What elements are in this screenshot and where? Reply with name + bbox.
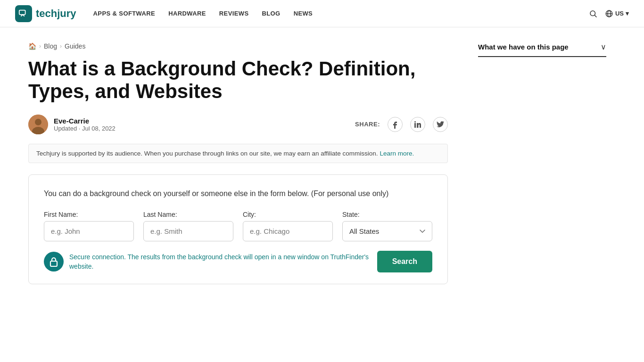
form-card: You can do a background check on yoursel… [28,174,448,285]
region-selector[interactable]: US ▾ [605,9,629,18]
breadcrumb: 🏠 › Blog › Guides [28,42,448,50]
chevron-down-icon[interactable]: ∨ [601,42,606,51]
navigation: techjury APPS & SOFTWARE HARDWARE REVIEW… [0,0,644,27]
lock-icon [49,256,58,267]
page-wrapper: 🏠 › Blog › Guides What is a Background C… [0,27,644,303]
city-input[interactable] [243,221,333,241]
avatar [28,115,48,134]
last-name-group: Last Name: [143,211,233,241]
affiliate-link[interactable]: Learn more. [380,150,414,157]
lock-circle [44,252,64,272]
author-info: Eve-Carrie Updated · Jul 08, 2022 [28,115,116,134]
region-label: US [615,10,624,17]
sidebar: What we have on this page ∨ [467,27,618,303]
svg-point-1 [590,11,595,16]
share-label: SHARE: [355,121,380,128]
article-title: What is a Background Check? Definition, … [28,58,448,103]
svg-rect-11 [50,261,57,266]
svg-point-7 [35,119,41,125]
logo[interactable]: techjury [15,5,76,22]
author-name: Eve-Carrie [54,117,116,125]
svg-point-10 [414,121,416,123]
toc-header: What we have on this page ∨ [478,42,606,57]
nav-apps[interactable]: APPS & SOFTWARE [93,10,156,17]
nav-links: APPS & SOFTWARE HARDWARE REVIEWS BLOG NE… [93,10,313,17]
nav-right: US ▾ [589,9,629,18]
nav-left: techjury APPS & SOFTWARE HARDWARE REVIEW… [15,5,313,22]
author-date: Updated · Jul 08, 2022 [54,125,116,132]
facebook-icon [393,120,397,129]
form-fields: First Name: Last Name: City: State: All … [44,211,432,241]
last-name-label: Last Name: [143,211,233,218]
logo-svg [18,8,29,19]
logo-icon [15,5,32,22]
chevron-down-icon: ▾ [626,10,629,17]
facebook-share[interactable] [388,117,403,132]
search-icon [589,9,597,18]
author-details: Eve-Carrie Updated · Jul 08, 2022 [54,117,116,132]
secure-message: Secure connection. The results from the … [44,252,370,272]
breadcrumb-blog[interactable]: Blog [44,42,57,50]
breadcrumb-home[interactable]: 🏠 [28,42,36,50]
affiliate-notice: Techjury is supported by its audience. W… [28,144,448,163]
toc-title: What we have on this page [478,43,569,51]
breadcrumb-guides[interactable]: Guides [65,42,85,50]
secure-text: Secure connection. The results from the … [69,252,370,272]
svg-rect-9 [414,123,416,128]
nav-hardware[interactable]: HARDWARE [168,10,206,17]
author-row: Eve-Carrie Updated · Jul 08, 2022 SHARE: [28,115,448,134]
share-row: SHARE: [355,117,448,132]
state-group: State: All States AlabamaAlaskaArizona A… [342,211,432,241]
state-select[interactable]: All States AlabamaAlaskaArizona Arkansas… [342,221,432,241]
main-content: 🏠 › Blog › Guides What is a Background C… [0,27,467,303]
linkedin-icon [414,121,421,128]
first-name-group: First Name: [44,211,134,241]
nav-news[interactable]: NEWS [294,10,313,17]
first-name-input[interactable] [44,221,134,241]
svg-rect-0 [19,10,25,14]
form-intro: You can do a background check on yoursel… [44,188,432,200]
nav-reviews[interactable]: REVIEWS [219,10,249,17]
globe-icon [605,9,613,18]
logo-text: techjury [36,8,76,20]
city-group: City: [243,211,333,241]
state-label: State: [342,211,432,218]
nav-blog[interactable]: BLOG [262,10,281,17]
svg-line-2 [594,15,596,17]
twitter-icon [437,121,444,128]
form-bottom: Secure connection. The results from the … [44,251,432,272]
linkedin-share[interactable] [410,117,425,132]
search-button[interactable]: Search [377,251,432,272]
twitter-share[interactable] [433,117,448,132]
last-name-input[interactable] [143,221,233,241]
first-name-label: First Name: [44,211,134,218]
affiliate-text: Techjury is supported by its audience. W… [36,150,378,157]
search-button[interactable] [589,9,597,18]
avatar-image [28,115,48,134]
breadcrumb-sep-1: › [39,43,41,49]
breadcrumb-sep-2: › [60,43,62,49]
city-label: City: [243,211,333,218]
